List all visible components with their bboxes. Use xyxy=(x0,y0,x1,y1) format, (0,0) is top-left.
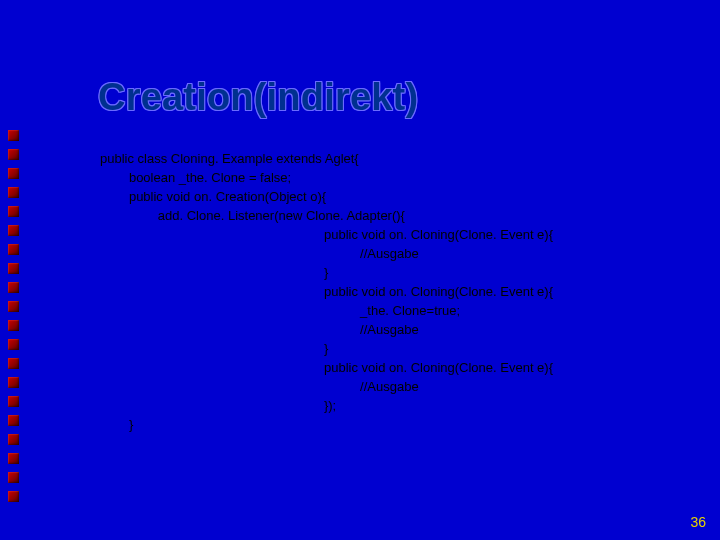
bullet-icon xyxy=(8,149,19,160)
bullet-icon xyxy=(8,472,19,483)
bullet-icon xyxy=(8,396,19,407)
bullet-icon xyxy=(8,339,19,350)
bullet-icon xyxy=(8,225,19,236)
bullet-icon xyxy=(8,301,19,312)
bullet-icon xyxy=(8,187,19,198)
bullet-icon xyxy=(8,453,19,464)
bullet-icon xyxy=(8,263,19,274)
bullet-icon xyxy=(8,434,19,445)
bullet-icon xyxy=(8,491,19,502)
code-line: //Ausgabe xyxy=(100,379,419,394)
bullet-icon xyxy=(8,377,19,388)
code-line: add. Clone. Listener(new Clone. Adapter(… xyxy=(100,208,405,223)
code-line: public void on. Cloning(Clone. Event e){ xyxy=(100,227,553,242)
code-line: public void on. Cloning(Clone. Event e){ xyxy=(100,284,553,299)
bullet-icon xyxy=(8,282,19,293)
bullet-icon xyxy=(8,320,19,331)
code-line: }); xyxy=(100,398,336,413)
code-line: public void on. Cloning(Clone. Event e){ xyxy=(100,360,553,375)
code-line: } xyxy=(100,341,328,356)
bullet-strip xyxy=(8,130,22,510)
code-line: } xyxy=(100,417,133,432)
bullet-icon xyxy=(8,130,19,141)
code-line: _the. Clone=true; xyxy=(100,303,460,318)
code-line: } xyxy=(100,265,328,280)
bullet-icon xyxy=(8,168,19,179)
code-line: //Ausgabe xyxy=(100,322,419,337)
code-line: boolean _the. Clone = false; xyxy=(100,170,291,185)
bullet-icon xyxy=(8,244,19,255)
code-line: public void on. Creation(Object o){ xyxy=(100,189,326,204)
page-number: 36 xyxy=(690,514,706,530)
bullet-icon xyxy=(8,206,19,217)
slide-title: Creation(indirekt) xyxy=(98,76,418,119)
bullet-icon xyxy=(8,415,19,426)
code-line: //Ausgabe xyxy=(100,246,419,261)
bullet-icon xyxy=(8,358,19,369)
code-line: public class Cloning. Example extends Ag… xyxy=(100,151,359,166)
code-block: public class Cloning. Example extends Ag… xyxy=(100,130,553,434)
